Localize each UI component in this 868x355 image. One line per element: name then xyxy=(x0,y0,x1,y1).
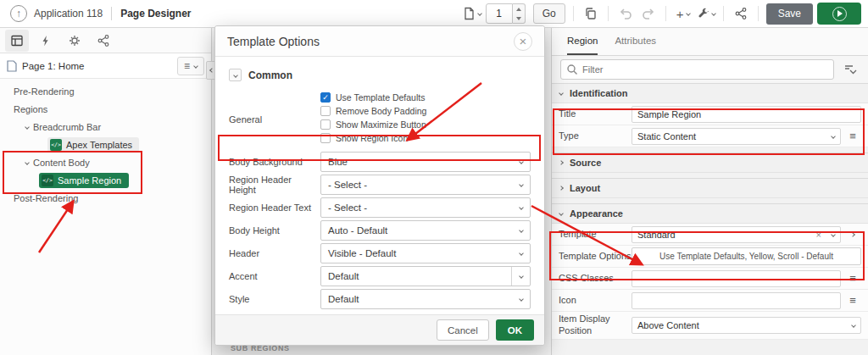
tree-item-sample-region[interactable]: </> Sample Region xyxy=(0,171,211,189)
icon-input[interactable] xyxy=(632,292,841,309)
template-combobox[interactable]: Standard × xyxy=(632,226,841,243)
page-number-stepper[interactable] xyxy=(513,3,526,24)
header-select[interactable]: Visible - Default xyxy=(320,243,531,263)
tree-menu-button[interactable]: ≡ xyxy=(177,57,204,75)
property-row-template: Template Standard × xyxy=(552,224,868,246)
cancel-button[interactable]: Cancel xyxy=(437,319,489,341)
copy-button[interactable] xyxy=(581,3,600,24)
chevron-down-icon xyxy=(519,182,524,187)
tree-item-label: Content Body xyxy=(33,158,90,168)
toolbar-divider xyxy=(573,6,574,21)
section-appearance-header[interactable]: Appearance xyxy=(552,203,868,224)
tab-region[interactable]: Region xyxy=(567,28,598,55)
checkbox[interactable]: ✓ xyxy=(320,133,331,143)
page-finder-button[interactable] xyxy=(463,3,481,24)
style-select[interactable]: Default xyxy=(320,289,531,309)
clear-icon[interactable]: × xyxy=(816,230,826,240)
stepper-down-icon[interactable] xyxy=(513,14,525,23)
tree-item-pre-rendering[interactable]: Pre-Rendering xyxy=(0,82,211,100)
region-header-text-row: Region Header Text - Select - xyxy=(229,197,531,218)
chevron-down-icon xyxy=(193,64,198,69)
checkbox-row[interactable]: ✓ Show Maximize Button xyxy=(320,119,531,130)
copy-icon xyxy=(584,7,598,20)
collapse-icon[interactable] xyxy=(25,160,30,165)
page-icon xyxy=(7,60,17,72)
close-icon: × xyxy=(520,35,527,47)
save-button[interactable]: Save xyxy=(766,3,813,25)
type-list-button[interactable]: ≡ xyxy=(844,128,861,145)
checkbox-row[interactable]: ✓ Remove Body Padding xyxy=(320,105,531,117)
region-header-height-select[interactable]: - Select - xyxy=(320,175,531,195)
tab-processing[interactable] xyxy=(63,30,86,52)
page-number-input[interactable] xyxy=(486,3,513,24)
checkbox-row[interactable]: ✓ Show Region Icon xyxy=(320,132,531,144)
close-button[interactable]: × xyxy=(514,32,532,51)
tree-item-apex-templates[interactable]: </> Apex Templates xyxy=(0,136,211,153)
css-classes-input[interactable] xyxy=(632,270,841,287)
accent-combobox[interactable]: Default xyxy=(320,266,531,286)
tab-rendering[interactable] xyxy=(5,30,29,52)
tree-item-regions[interactable]: Regions xyxy=(0,100,211,118)
section-source-header[interactable]: Source xyxy=(552,153,868,173)
chevron-right-icon xyxy=(850,232,855,237)
redo-icon xyxy=(642,7,655,20)
type-select[interactable]: Static Content xyxy=(632,128,841,145)
field-label: Body Background xyxy=(229,157,320,167)
checkbox[interactable]: ✓ xyxy=(320,119,331,130)
property-row-type: Type Static Content ≡ xyxy=(552,125,868,147)
collapse-icon[interactable] xyxy=(25,125,30,130)
property-label: Title xyxy=(559,108,632,120)
stepper-up-icon[interactable] xyxy=(513,4,525,14)
tab-page-shared-components[interactable] xyxy=(92,30,115,52)
icon-list-button[interactable]: ≡ xyxy=(844,292,861,309)
property-label: Item Display Position xyxy=(559,313,632,337)
collapse-button[interactable] xyxy=(229,69,242,81)
body-height-select[interactable]: Auto - Default xyxy=(320,220,531,241)
breadcrumb-application[interactable]: Application 118 xyxy=(34,8,103,19)
tab-attributes[interactable]: Attributes xyxy=(615,28,656,55)
chevron-down-icon xyxy=(233,73,238,78)
property-label: CSS Classes xyxy=(559,273,632,285)
go-button[interactable]: Go xyxy=(533,3,565,24)
body-background-select[interactable]: Blue xyxy=(320,152,531,172)
region-header-text-select[interactable]: - Select - xyxy=(320,197,531,218)
plus-icon: + xyxy=(676,7,684,21)
select-value: Blue xyxy=(328,157,348,167)
checkbox[interactable]: ✓ xyxy=(320,92,331,103)
combobox-dropdown-button[interactable] xyxy=(511,267,530,286)
undo-button[interactable] xyxy=(616,3,635,24)
template-options-button[interactable]: Use Template Defaults, Yellow, Scroll - … xyxy=(632,247,861,265)
shared-components-button[interactable] xyxy=(732,3,750,24)
property-label: Template Options xyxy=(559,251,632,263)
utilities-menu-button[interactable] xyxy=(697,3,715,24)
chevron-down-icon xyxy=(519,297,524,302)
create-menu-button[interactable]: + xyxy=(674,3,693,24)
tree-item-breadcrumb-bar[interactable]: Breadcrumb Bar xyxy=(0,118,211,136)
item-display-position-select[interactable]: Above Content xyxy=(632,317,861,334)
redo-button[interactable] xyxy=(639,3,658,24)
title-input[interactable] xyxy=(632,106,861,123)
tree-item-post-rendering[interactable]: Post-Rendering xyxy=(0,189,211,207)
property-row-item-display-position: Item Display Position Above Content xyxy=(552,312,868,340)
app-home-icon[interactable]: ↑ xyxy=(10,5,27,22)
play-icon xyxy=(832,7,847,21)
checkbox[interactable]: ✓ xyxy=(320,106,331,116)
template-detail-button[interactable] xyxy=(844,226,861,243)
run-page-button[interactable] xyxy=(817,3,861,25)
section-layout-header[interactable]: Layout xyxy=(552,178,868,198)
section-layout: Layout xyxy=(552,178,868,198)
list-icon: ≡ xyxy=(849,294,856,307)
checkbox-row[interactable]: ✓ Use Template Defaults xyxy=(320,92,531,103)
collapse-icon xyxy=(559,211,564,216)
general-checkbox-group: ✓ Use Template Defaults ✓ Remove Body Pa… xyxy=(320,90,531,149)
tab-dynamic-actions[interactable] xyxy=(34,30,58,52)
chevron-down-icon xyxy=(477,11,482,16)
tree-item-content-body[interactable]: Content Body xyxy=(0,153,211,171)
ok-button[interactable]: OK xyxy=(496,319,534,341)
filter-input[interactable] xyxy=(582,64,828,75)
css-classes-list-button[interactable]: ≡ xyxy=(844,270,861,287)
property-label: Icon xyxy=(559,295,632,307)
section-identification-header[interactable]: Identification xyxy=(552,83,868,103)
go-to-group-button[interactable] xyxy=(841,60,860,79)
wrench-icon xyxy=(697,8,709,20)
